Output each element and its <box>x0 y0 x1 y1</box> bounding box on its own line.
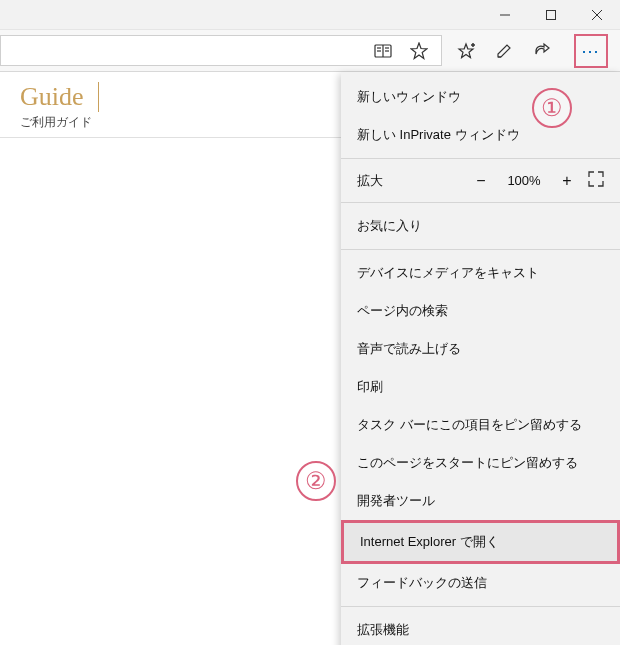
favorite-star-icon[interactable] <box>409 41 429 61</box>
menu-separator <box>341 158 620 159</box>
menu-separator <box>341 249 620 250</box>
web-notes-icon[interactable] <box>494 41 514 61</box>
menu-pin-taskbar[interactable]: タスク バーにこの項目をピン留めする <box>341 406 620 444</box>
share-icon[interactable] <box>532 41 552 61</box>
guide-title: Guide <box>20 82 99 112</box>
browser-toolbar: ⋯ <box>0 30 620 72</box>
more-menu-button[interactable]: ⋯ <box>574 34 608 68</box>
zoom-in-button[interactable]: + <box>558 172 576 190</box>
menu-cast[interactable]: デバイスにメディアをキャスト <box>341 254 620 292</box>
address-bar[interactable] <box>0 35 442 66</box>
menu-separator <box>341 606 620 607</box>
more-dropdown-menu: 新しいウィンドウ 新しい InPrivate ウィンドウ 拡大 − 100% +… <box>341 72 620 645</box>
page-content-area: Guide ご利用ガイド 新しいウィンドウ 新しい InPrivate ウィンド… <box>0 72 620 645</box>
window-maximize-button[interactable] <box>528 0 574 30</box>
menu-new-inprivate[interactable]: 新しい InPrivate ウィンドウ <box>341 116 620 154</box>
reading-view-icon[interactable] <box>373 41 393 61</box>
svg-marker-10 <box>411 43 427 59</box>
menu-separator <box>341 202 620 203</box>
menu-new-window[interactable]: 新しいウィンドウ <box>341 78 620 116</box>
menu-print[interactable]: 印刷 <box>341 368 620 406</box>
menu-feedback[interactable]: フィードバックの送信 <box>341 564 620 602</box>
zoom-value: 100% <box>502 173 546 188</box>
annotation-2: ② <box>296 461 336 501</box>
menu-zoom-row: 拡大 − 100% + <box>341 163 620 198</box>
fullscreen-icon[interactable] <box>588 171 604 190</box>
toolbar-right: ⋯ <box>446 30 618 71</box>
zoom-out-button[interactable]: − <box>472 172 490 190</box>
zoom-label: 拡大 <box>357 172 460 190</box>
menu-pin-start[interactable]: このページをスタートにピン留めする <box>341 444 620 482</box>
menu-read-aloud[interactable]: 音声で読み上げる <box>341 330 620 368</box>
menu-dev-tools[interactable]: 開発者ツール <box>341 482 620 520</box>
menu-open-ie[interactable]: Internet Explorer で開く <box>341 520 620 564</box>
svg-rect-1 <box>547 10 556 19</box>
window-minimize-button[interactable] <box>482 0 528 30</box>
menu-favorites[interactable]: お気に入り <box>341 207 620 245</box>
window-titlebar <box>0 0 620 30</box>
window-close-button[interactable] <box>574 0 620 30</box>
menu-find[interactable]: ページ内の検索 <box>341 292 620 330</box>
annotation-1: ① <box>532 88 572 128</box>
add-favorite-icon[interactable] <box>456 41 476 61</box>
menu-extensions[interactable]: 拡張機能 <box>341 611 620 645</box>
svg-marker-11 <box>459 44 473 58</box>
